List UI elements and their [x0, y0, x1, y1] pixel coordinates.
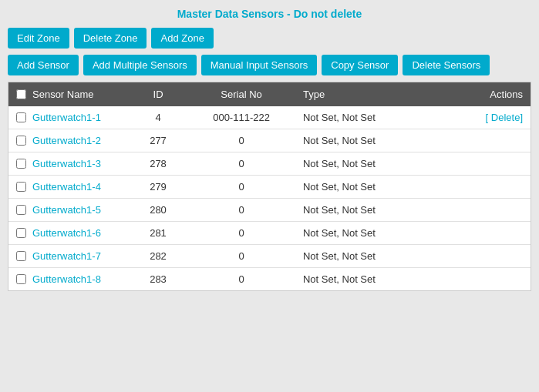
header-actions-col: Actions [452, 82, 531, 106]
sensor-actions-cell [452, 268, 531, 291]
header-serial-col: Serial No [187, 82, 295, 106]
sensors-table-container: Sensor Name ID Serial No Type Actions Gu… [8, 82, 531, 291]
sensor-type-cell: Not Set, Not Set [295, 106, 452, 129]
sensor-name-cell: Gutterwatch1-2 [8, 129, 129, 152]
select-all-checkbox[interactable] [16, 89, 26, 99]
sensor-serial-cell: 0 [187, 268, 295, 291]
sensor-id-cell: 4 [129, 106, 187, 129]
sensor-actions-cell [452, 245, 531, 268]
sensor-name-link[interactable]: Gutterwatch1-6 [32, 227, 101, 239]
sensor-actions-cell [452, 176, 531, 199]
sensor-name-link[interactable]: Gutterwatch1-1 [32, 112, 101, 123]
sensor-name-cell: Gutterwatch1-8 [8, 268, 129, 290]
delete-sensor-link[interactable]: [ Delete] [486, 112, 523, 123]
sensor-id-cell: 278 [129, 152, 187, 176]
table-row: Gutterwatch1-22770Not Set, Not Set [8, 129, 531, 152]
sensor-serial-cell: 0 [187, 152, 295, 176]
sensor-name-link[interactable]: Gutterwatch1-5 [32, 204, 101, 216]
sensor-actions-cell [452, 199, 531, 222]
page-title: Master Data Sensors - Do not delete [8, 8, 531, 20]
sensor-serial-cell: 0 [187, 176, 295, 199]
add-sensor-button[interactable]: Add Sensor [8, 55, 79, 75]
header-id-col: ID [129, 82, 187, 106]
sensor-serial-cell: 0 [187, 199, 295, 222]
sensor-id-cell: 279 [129, 176, 187, 199]
sensor-name-link[interactable]: Gutterwatch1-2 [32, 135, 101, 146]
delete-sensors-button[interactable]: Delete Sensors [403, 55, 490, 75]
sensor-type-cell: Not Set, Not Set [295, 199, 452, 222]
row-checkbox[interactable] [16, 136, 26, 146]
sensor-id-cell: 283 [129, 268, 187, 291]
edit-zone-button[interactable]: Edit Zone [8, 28, 69, 49]
toolbar-sensors: Add Sensor Add Multiple Sensors Manual I… [8, 55, 531, 75]
table-row: Gutterwatch1-52800Not Set, Not Set [8, 199, 531, 222]
sensor-type-cell: Not Set, Not Set [295, 245, 452, 268]
row-checkbox[interactable] [16, 205, 26, 215]
add-zone-button[interactable]: Add Zone [151, 28, 213, 49]
sensor-actions-cell: [ Delete] [452, 106, 531, 129]
delete-zone-button[interactable]: Delete Zone [74, 28, 147, 49]
header-type-col: Type [295, 82, 452, 106]
sensor-name-cell: Gutterwatch1-5 [8, 199, 129, 221]
sensor-actions-cell [452, 152, 531, 176]
copy-sensor-button[interactable]: Copy Sensor [322, 55, 398, 75]
row-checkbox[interactable] [16, 228, 26, 238]
sensor-name-cell: Gutterwatch1-3 [8, 152, 129, 175]
page-wrapper: Master Data Sensors - Do not delete Edit… [0, 0, 539, 299]
row-checkbox[interactable] [16, 251, 26, 261]
sensor-serial-cell: 0 [187, 129, 295, 152]
sensor-name-cell: Gutterwatch1-7 [8, 245, 129, 267]
row-checkbox[interactable] [16, 274, 26, 284]
row-checkbox[interactable] [16, 182, 26, 192]
table-body: Gutterwatch1-14000-111-222Not Set, Not S… [8, 106, 531, 290]
sensor-actions-cell [452, 129, 531, 152]
table-row: Gutterwatch1-14000-111-222Not Set, Not S… [8, 106, 531, 129]
sensor-type-cell: Not Set, Not Set [295, 176, 452, 199]
sensor-serial-cell: 000-111-222 [187, 106, 295, 129]
sensor-actions-cell [452, 222, 531, 245]
header-checkbox-col: Sensor Name [8, 82, 129, 106]
row-checkbox[interactable] [16, 159, 26, 169]
sensor-id-cell: 282 [129, 245, 187, 268]
sensor-name-link[interactable]: Gutterwatch1-4 [32, 181, 101, 193]
table-row: Gutterwatch1-42790Not Set, Not Set [8, 176, 531, 199]
add-multiple-sensors-button[interactable]: Add Multiple Sensors [83, 55, 197, 75]
table-row: Gutterwatch1-62810Not Set, Not Set [8, 222, 531, 245]
sensor-serial-cell: 0 [187, 222, 295, 245]
sensor-serial-cell: 0 [187, 245, 295, 268]
sensor-id-cell: 277 [129, 129, 187, 152]
table-row: Gutterwatch1-32780Not Set, Not Set [8, 152, 531, 176]
row-checkbox[interactable] [16, 112, 26, 122]
sensor-type-cell: Not Set, Not Set [295, 222, 452, 245]
sensor-type-cell: Not Set, Not Set [295, 268, 452, 291]
table-row: Gutterwatch1-72820Not Set, Not Set [8, 245, 531, 268]
sensor-name-cell: Gutterwatch1-4 [8, 176, 129, 198]
sensor-type-cell: Not Set, Not Set [295, 129, 452, 152]
sensor-name-header: Sensor Name [32, 89, 93, 100]
sensor-name-link[interactable]: Gutterwatch1-7 [32, 250, 101, 262]
table-header-row: Sensor Name ID Serial No Type Actions [8, 82, 531, 106]
sensor-name-cell: Gutterwatch1-6 [8, 222, 129, 244]
manual-input-sensors-button[interactable]: Manual Input Sensors [201, 55, 317, 75]
sensor-name-cell: Gutterwatch1-1 [8, 106, 129, 129]
sensors-table: Sensor Name ID Serial No Type Actions Gu… [8, 82, 531, 290]
sensor-type-cell: Not Set, Not Set [295, 152, 452, 176]
sensor-name-link[interactable]: Gutterwatch1-3 [32, 158, 101, 169]
toolbar-zone: Edit Zone Delete Zone Add Zone [8, 28, 531, 49]
sensor-id-cell: 280 [129, 199, 187, 222]
sensor-name-link[interactable]: Gutterwatch1-8 [32, 273, 101, 285]
sensor-id-cell: 281 [129, 222, 187, 245]
table-row: Gutterwatch1-82830Not Set, Not Set [8, 268, 531, 291]
